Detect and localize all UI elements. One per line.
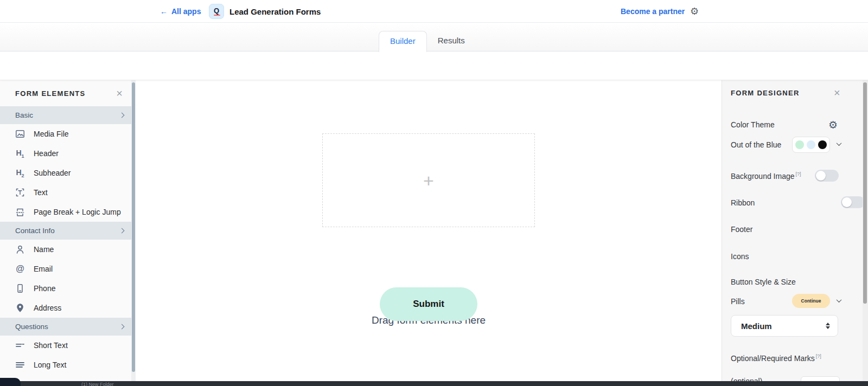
form-element-media-file[interactable]: Media File	[0, 124, 131, 144]
person-icon	[14, 244, 26, 255]
form-element-long-text[interactable]: Long Text	[0, 355, 131, 375]
phone-icon	[14, 283, 26, 294]
app-title: Lead Generation Forms	[229, 0, 321, 23]
section-questions[interactable]: Questions	[0, 318, 131, 336]
plus-icon: +	[423, 171, 434, 190]
chevron-right-icon	[119, 324, 125, 330]
submit-button-preview[interactable]: Submit	[380, 287, 477, 321]
subheader-h2-icon: H2	[14, 168, 26, 178]
form-elements-header: FORM ELEMENTS ×	[0, 80, 131, 106]
form-element-subheader[interactable]: H2 Subheader	[0, 163, 131, 183]
left-panel-scrollbar-thumb[interactable]	[132, 82, 135, 372]
theme-dropdown-chevron-icon[interactable]	[837, 140, 842, 146]
optional-required-marks-label: Optional/Required Marks[?]	[731, 353, 821, 363]
back-arrow-icon: ←	[160, 7, 168, 16]
theme-name: Out of the Blue	[731, 140, 781, 149]
builder-results-tabs: Builder Results	[379, 23, 476, 52]
form-dropzone[interactable]: +	[322, 133, 535, 227]
form-designer-panel: FORM DESIGNER × Color Theme ⚙ Out of the…	[722, 80, 863, 386]
theme-swatch-mint	[795, 140, 804, 149]
page-break-icon	[14, 207, 26, 217]
form-elements-panel: FORM ELEMENTS × Basic Media File H1 Head…	[0, 80, 131, 386]
background-image-toggle[interactable]	[815, 170, 839, 182]
close-icon[interactable]: ×	[116, 88, 123, 99]
color-theme-label: Color Theme	[731, 120, 775, 129]
background-window-strip: (1) New Folder	[0, 381, 868, 386]
form-element-name[interactable]: Name	[0, 240, 131, 259]
tab-results[interactable]: Results	[427, 31, 476, 52]
form-element-short-text[interactable]: Short Text	[0, 336, 131, 355]
section-contact-info[interactable]: Contact Info	[0, 222, 131, 240]
theme-settings-gear-icon[interactable]: ⚙	[828, 119, 838, 131]
text-icon	[14, 187, 26, 198]
background-window-corner	[0, 378, 21, 386]
long-text-icon	[14, 359, 26, 370]
select-updown-icon	[826, 323, 830, 329]
help-icon: [?]	[796, 171, 801, 177]
form-elements-title: FORM ELEMENTS	[15, 89, 116, 98]
ribbon-label: Ribbon	[731, 198, 756, 207]
button-size-value: Medium	[741, 321, 826, 331]
form-element-page-break[interactable]: Page Break + Logic Jump	[0, 202, 131, 222]
button-size-select[interactable]: Medium	[731, 315, 838, 337]
close-icon[interactable]: ×	[834, 87, 840, 98]
lead-generation-forms-app: ← All apps Q Lead Generation Forms Becom…	[0, 0, 868, 386]
at-sign-icon: @	[14, 264, 26, 274]
short-text-icon	[14, 340, 26, 351]
background-window-text: (1) New Folder	[81, 382, 114, 386]
top-app-bar: ← All apps Q Lead Generation Forms Becom…	[0, 0, 868, 23]
ribbon-toggle[interactable]	[841, 196, 865, 208]
form-element-email[interactable]: @ Email	[0, 259, 131, 279]
section-basic[interactable]: Basic	[0, 106, 131, 124]
builder-toolbar	[0, 52, 868, 80]
chevron-right-icon	[119, 228, 125, 234]
chevron-right-icon	[119, 113, 125, 118]
form-element-text[interactable]: Text	[0, 183, 131, 202]
become-partner-link[interactable]: Become a partner	[621, 0, 685, 23]
all-apps-link[interactable]: ← All apps	[160, 0, 201, 23]
footer-label: Footer	[731, 224, 754, 234]
background-image-label: Background Image[?]	[731, 171, 801, 181]
theme-swatch-lightblue	[807, 140, 815, 149]
button-style-dropdown-chevron-icon[interactable]	[837, 297, 842, 303]
theme-swatch-black	[818, 140, 827, 149]
form-element-address[interactable]: Address	[0, 298, 131, 318]
header-h1-icon: H1	[14, 149, 26, 159]
button-style-value: Pills	[731, 297, 745, 306]
app-logo-icon: Q	[209, 4, 224, 19]
form-designer-title: FORM DESIGNER	[731, 89, 800, 97]
form-element-header[interactable]: H1 Header	[0, 144, 131, 163]
theme-swatch-selector[interactable]	[792, 137, 830, 153]
media-file-icon	[14, 128, 26, 139]
form-canvas: + Drag form elements here Submit	[136, 80, 722, 386]
help-icon: [?]	[816, 353, 821, 359]
form-element-phone[interactable]: Phone	[0, 279, 131, 298]
right-scrollbar-thumb[interactable]	[863, 82, 867, 304]
settings-gear-icon[interactable]: ⚙	[690, 0, 699, 23]
location-pin-icon	[14, 303, 26, 313]
tab-builder[interactable]: Builder	[379, 31, 427, 52]
button-style-preview[interactable]: Continue	[792, 294, 830, 308]
icons-label: Icons	[731, 252, 750, 261]
button-style-size-label: Button Style & Size	[731, 278, 796, 286]
